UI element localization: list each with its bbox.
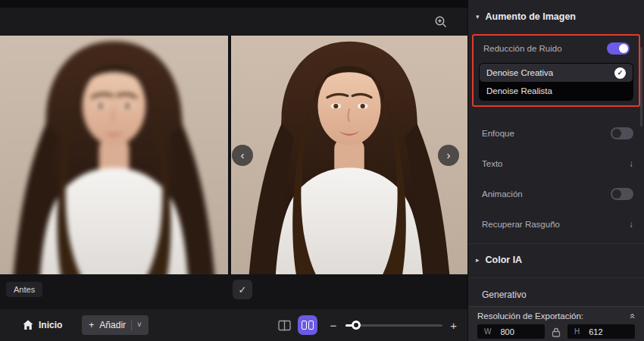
noise-reduction-row: Reducción de Ruido	[479, 42, 633, 55]
panel-scrollbar[interactable]	[640, 47, 642, 127]
texto-row[interactable]: Texto ↓	[482, 157, 633, 170]
enfoque-label: Enfoque	[482, 129, 514, 138]
export-resolution-section: Resolución de Exportación: « W H	[468, 306, 644, 341]
double-chevron-up-icon[interactable]: «	[628, 313, 636, 318]
zoom-in-button[interactable]: +	[450, 319, 457, 332]
magnifier-zoom-icon[interactable]	[434, 15, 448, 29]
add-label: Añadir	[99, 320, 126, 330]
animacion-toggle[interactable]	[611, 188, 633, 200]
image-viewer: ‹ ›	[0, 36, 467, 274]
home-button[interactable]: Inicio	[23, 320, 62, 330]
slider-knob[interactable]	[352, 321, 361, 330]
rasguno-label: Recuperar Rasguño	[482, 220, 560, 229]
caret-right-icon: ▸	[476, 256, 480, 264]
divider	[468, 243, 644, 244]
width-label: W	[484, 327, 491, 336]
enfoque-toggle[interactable]	[611, 127, 633, 139]
bottom-toolbar: Inicio + Añadir ˅ −	[0, 309, 467, 341]
recuperar-rasguno-row[interactable]: Recuperar Rasguño ↓	[482, 217, 633, 231]
width-field[interactable]: W	[477, 324, 545, 339]
denoise-dropdown: Denoise Creativa ✓ Denoise Realista	[479, 63, 633, 101]
section-title: Color IA	[486, 255, 523, 265]
right-pane-icon	[308, 321, 314, 330]
viewer-footer: Antes ✓	[0, 274, 467, 309]
toggle-knob	[612, 189, 621, 199]
zoom-slider[interactable]	[345, 320, 442, 330]
option-label: Denoise Creativa	[486, 68, 553, 77]
width-input[interactable]	[500, 327, 538, 336]
plus-icon: +	[89, 320, 94, 330]
caret-down-icon: ▾	[476, 13, 480, 20]
home-icon	[23, 320, 33, 330]
noise-reduction-highlight-box: Reducción de Ruido Denoise Creativa ✓ De…	[472, 34, 640, 107]
texto-label: Texto	[482, 159, 503, 168]
view-controls: − +	[278, 315, 457, 335]
zoom-out-button[interactable]: −	[330, 319, 336, 332]
divider	[468, 277, 644, 278]
denoise-option-creativa[interactable]: Denoise Creativa ✓	[480, 64, 633, 82]
top-strip	[0, 0, 467, 8]
height-label: H	[574, 327, 580, 336]
download-arrow-icon[interactable]: ↓	[629, 219, 633, 230]
height-field[interactable]: H	[567, 324, 635, 339]
after-image	[231, 36, 467, 274]
canvas-header	[0, 8, 467, 36]
check-circle-icon: ✓	[614, 67, 626, 79]
noise-reduction-label: Reducción de Ruido	[483, 44, 562, 53]
option-label: Denoise Realista	[486, 86, 552, 95]
split-view-icon[interactable]	[278, 320, 291, 331]
toggle-knob	[619, 44, 628, 53]
canvas-area: ‹ › Antes ✓ Inicio + Añadir ˅	[0, 0, 467, 341]
animacion-label: Animación	[482, 189, 523, 199]
next-image-button[interactable]: ›	[438, 145, 459, 166]
side-by-side-view-button[interactable]	[298, 315, 317, 335]
animacion-row: Animación	[482, 187, 633, 201]
section-aumento-de-imagen[interactable]: ▾ Aumento de Imagen	[476, 11, 644, 22]
prev-image-button[interactable]: ‹	[232, 145, 253, 166]
before-label: Antes	[6, 282, 42, 297]
lock-aspect-icon[interactable]	[552, 327, 561, 336]
section-generativo[interactable]: Generativo	[482, 289, 644, 300]
app-window: ‹ › Antes ✓ Inicio + Añadir ˅	[0, 0, 644, 341]
height-input[interactable]	[589, 327, 628, 336]
export-resolution-title: Resolución de Exportación:	[477, 311, 583, 321]
home-label: Inicio	[39, 320, 62, 330]
apply-check-button[interactable]: ✓	[233, 280, 252, 299]
before-image	[0, 36, 228, 274]
toggle-knob	[612, 129, 621, 138]
chevron-down-icon[interactable]: ˅	[137, 321, 142, 329]
add-button[interactable]: + Añadir ˅	[82, 315, 148, 335]
download-arrow-icon[interactable]: ↓	[629, 158, 633, 169]
enfoque-row: Enfoque	[482, 127, 633, 140]
section-title: Aumento de Imagen	[486, 11, 576, 22]
button-divider	[131, 321, 132, 330]
left-pane-icon	[302, 321, 307, 330]
denoise-option-realista[interactable]: Denoise Realista	[480, 82, 633, 100]
noise-reduction-toggle[interactable]	[607, 42, 630, 55]
section-color-ia[interactable]: ▸ Color IA	[476, 255, 644, 265]
settings-panel: ▾ Aumento de Imagen Reducción de Ruido D…	[467, 0, 644, 341]
